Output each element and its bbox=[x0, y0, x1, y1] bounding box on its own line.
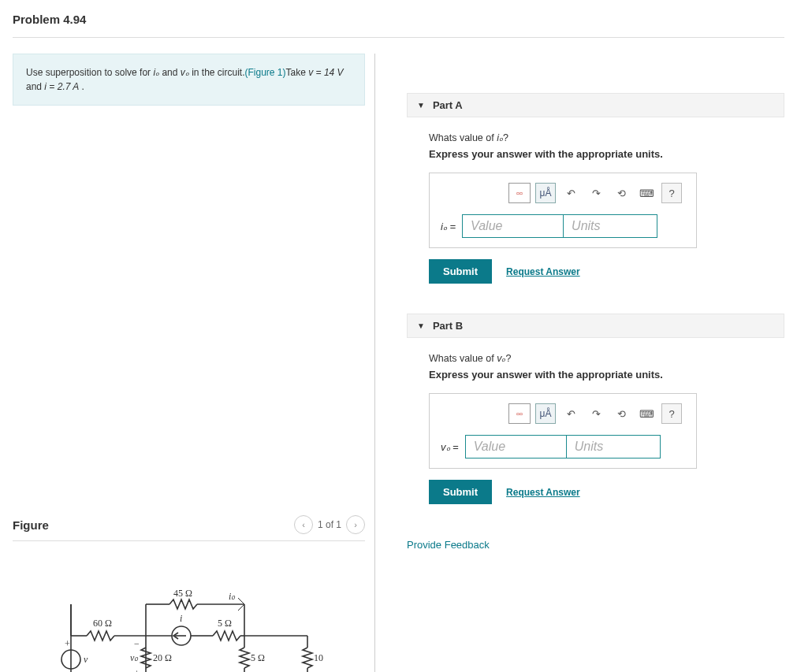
question-var: vₒ bbox=[497, 353, 505, 364]
part-a-answer-box: ▫▫ μÅ ↶ ↷ ⟲ ⌨ ? iₒ = Value Units bbox=[429, 173, 697, 248]
part-a-request-answer-link[interactable]: Request Answer bbox=[506, 266, 580, 277]
problem-prompt: Use superposition to solve for iₒ and vₒ… bbox=[13, 54, 365, 106]
part-b-header[interactable]: ▼ Part B bbox=[407, 314, 784, 338]
label-r20: 20 Ω bbox=[153, 652, 172, 663]
prompt-io: iₒ bbox=[153, 67, 159, 78]
label-r5b: 5 Ω bbox=[251, 652, 265, 663]
right-column: ▼ Part A Whats value of iₒ? Express your… bbox=[375, 54, 784, 672]
part-a-title: Part A bbox=[433, 99, 463, 111]
prompt-text: and bbox=[159, 67, 181, 78]
template-icon[interactable]: ▫▫ bbox=[508, 183, 531, 203]
figure-prev-button[interactable]: ‹ bbox=[294, 515, 313, 534]
collapse-icon: ▼ bbox=[417, 101, 425, 110]
part-b-value-input[interactable]: Value bbox=[465, 435, 566, 459]
undo-icon[interactable]: ↶ bbox=[561, 183, 581, 203]
label-r45: 45 Ω bbox=[173, 588, 192, 599]
prompt-i-eq: i = 2.7 A bbox=[44, 81, 79, 92]
svg-text:i: i bbox=[180, 613, 182, 624]
part-b-request-answer-link[interactable]: Request Answer bbox=[506, 487, 580, 498]
figure-title: Figure bbox=[13, 518, 49, 532]
prompt-text: . bbox=[79, 81, 84, 92]
part-b-instruction: Express your answer with the appropriate… bbox=[429, 369, 784, 381]
question-text: ? bbox=[505, 353, 511, 364]
svg-text:+: + bbox=[65, 638, 70, 649]
part-a-question: Whats value of iₒ? bbox=[429, 132, 784, 143]
prompt-v-eq: v = 14 V bbox=[308, 67, 343, 78]
label-vo: v₀ bbox=[130, 652, 139, 663]
units-tool-icon[interactable]: μÅ bbox=[535, 183, 556, 203]
part-a-equation-row: iₒ = Value Units bbox=[441, 214, 685, 238]
part-a-value-input[interactable]: Value bbox=[462, 214, 563, 238]
figure-header: Figure ‹ 1 of 1 › bbox=[13, 515, 365, 541]
label-r60: 60 Ω bbox=[93, 618, 112, 629]
prompt-text: in the circuit. bbox=[189, 67, 245, 78]
part-a-eq-label: iₒ = bbox=[441, 214, 462, 238]
part-a-submit-button[interactable]: Submit bbox=[429, 259, 492, 284]
part-b-equation-row: vₒ = Value Units bbox=[441, 435, 685, 459]
part-a-units-input[interactable]: Units bbox=[563, 214, 657, 238]
keyboard-icon[interactable]: ⌨ bbox=[636, 403, 657, 424]
question-text: Whats value of bbox=[429, 132, 497, 143]
svg-text:−: − bbox=[65, 668, 70, 672]
label-r5a: 5 Ω bbox=[218, 618, 232, 629]
collapse-icon: ▼ bbox=[417, 321, 425, 330]
left-column: Use superposition to solve for iₒ and vₒ… bbox=[13, 54, 375, 672]
prompt-text: Take bbox=[286, 67, 309, 78]
part-b-content: Whats value of vₒ? Express your answer w… bbox=[407, 338, 784, 504]
help-icon[interactable]: ? bbox=[661, 183, 682, 203]
redo-icon[interactable]: ↷ bbox=[586, 183, 606, 203]
part-a-submit-row: Submit Request Answer bbox=[429, 259, 784, 284]
part-b-submit-button[interactable]: Submit bbox=[429, 480, 492, 504]
units-tool-icon[interactable]: μÅ bbox=[535, 403, 556, 424]
part-b-eq-label: vₒ = bbox=[441, 435, 465, 459]
label-r10: 10 Ω bbox=[314, 652, 323, 663]
prompt-text: and bbox=[26, 81, 44, 92]
label-v: v bbox=[84, 654, 88, 665]
part-b-units-input[interactable]: Units bbox=[566, 435, 661, 459]
label-io: i₀ bbox=[229, 591, 236, 602]
figure-ref-link[interactable]: (Figure 1) bbox=[245, 67, 286, 78]
part-b-question: Whats value of vₒ? bbox=[429, 352, 784, 364]
part-a-content: Whats value of iₒ? Express your answer w… bbox=[407, 117, 784, 284]
part-b: ▼ Part B Whats value of vₒ? Express your… bbox=[407, 314, 784, 504]
provide-feedback-link[interactable]: Provide Feedback bbox=[407, 534, 784, 551]
part-b-submit-row: Submit Request Answer bbox=[429, 480, 784, 504]
keyboard-icon[interactable]: ⌨ bbox=[636, 183, 657, 203]
prompt-text: Use superposition to solve for bbox=[26, 67, 153, 78]
divider bbox=[13, 37, 784, 38]
question-var: iₒ bbox=[497, 132, 503, 143]
circuit-diagram: + − v 60 Ω 20 Ω v₀ − bbox=[55, 588, 323, 672]
figure-body: + − v 60 Ω 20 Ω v₀ − bbox=[13, 588, 365, 672]
svg-text:+: + bbox=[134, 668, 140, 672]
problem-title: Problem 4.94 bbox=[13, 13, 784, 26]
question-text: ? bbox=[503, 132, 508, 143]
figure-section: Figure ‹ 1 of 1 › + − v bbox=[13, 515, 365, 672]
template-icon[interactable]: ▫▫ bbox=[508, 403, 531, 424]
help-icon[interactable]: ? bbox=[661, 403, 682, 424]
part-b-toolbar: ▫▫ μÅ ↶ ↷ ⟲ ⌨ ? bbox=[441, 403, 685, 424]
main-container: Use superposition to solve for iₒ and vₒ… bbox=[13, 54, 784, 672]
reset-icon[interactable]: ⟲ bbox=[611, 403, 631, 424]
part-a-toolbar: ▫▫ μÅ ↶ ↷ ⟲ ⌨ ? bbox=[441, 183, 685, 203]
part-b-title: Part B bbox=[433, 320, 463, 332]
part-b-answer-box: ▫▫ μÅ ↶ ↷ ⟲ ⌨ ? vₒ = Value Units bbox=[429, 393, 697, 469]
part-a-instruction: Express your answer with the appropriate… bbox=[429, 148, 784, 160]
undo-icon[interactable]: ↶ bbox=[561, 403, 581, 424]
svg-text:−: − bbox=[134, 638, 140, 649]
prompt-vo: vₒ bbox=[181, 67, 189, 78]
figure-next-button[interactable]: › bbox=[346, 515, 365, 534]
figure-counter: 1 of 1 bbox=[318, 519, 341, 530]
figure-nav: ‹ 1 of 1 › bbox=[294, 515, 365, 534]
question-text: Whats value of bbox=[429, 353, 497, 364]
part-a: ▼ Part A Whats value of iₒ? Express your… bbox=[407, 93, 784, 284]
redo-icon[interactable]: ↷ bbox=[586, 403, 606, 424]
reset-icon[interactable]: ⟲ bbox=[611, 183, 631, 203]
part-a-header[interactable]: ▼ Part A bbox=[407, 93, 784, 117]
